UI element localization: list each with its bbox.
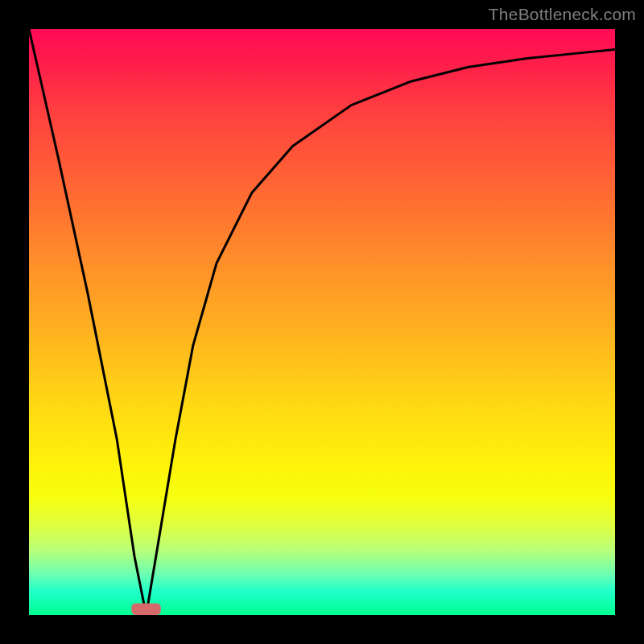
bottleneck-curve — [29, 29, 615, 615]
plot-area — [29, 29, 615, 615]
watermark-text: TheBottleneck.com — [489, 5, 636, 24]
optimum-marker — [131, 603, 160, 615]
chart-frame: TheBottleneck.com — [0, 0, 644, 644]
plot-overlay — [29, 29, 615, 615]
